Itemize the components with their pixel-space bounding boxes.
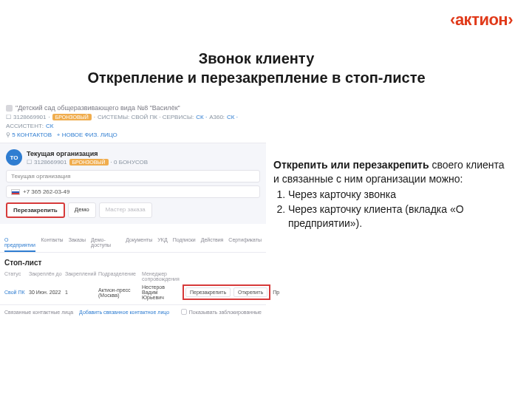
stoplist-card: О предприятии Контакты Заказы Демо-досту…	[0, 233, 266, 318]
stoplist-footer: Связанные контактные лица Добавить связа…	[0, 304, 266, 318]
col-status: Статус	[4, 271, 27, 282]
tab-ukd[interactable]: УКД	[157, 237, 167, 252]
tab-about[interactable]: О предприятии	[4, 237, 35, 252]
org-name: "Детский сад общеразвивающего вида №8 "В…	[16, 104, 180, 112]
assistant-link[interactable]: СК	[46, 123, 53, 129]
flag-ru-icon	[11, 189, 20, 195]
tab-contacts[interactable]: Контакты	[41, 237, 63, 252]
row-action-highlight: Перезакрепить Открепить	[183, 284, 270, 300]
separator: ·	[49, 114, 50, 120]
col-manager: Менеджер сопровождения	[142, 271, 180, 282]
building-icon	[6, 105, 13, 112]
tab-docs[interactable]: Документы	[126, 237, 152, 252]
stoplist-row: Свой ПК 30 Июн. 2022 1 Актион-пресс (Мос…	[4, 284, 262, 300]
related-contacts-label: Связанные контактные лица	[4, 310, 73, 315]
org-id: 3128669901	[13, 114, 47, 120]
row-reattach-button[interactable]: Перезакрепить	[185, 287, 231, 297]
show-blocked-label: Показывать заблокированные	[189, 310, 262, 315]
current-org-title: Текущая организация	[27, 150, 148, 157]
cell-manager: Нестеров Вадим Юрьевич	[142, 284, 180, 300]
current-org-id: 3128669901	[34, 159, 67, 166]
checkbox-icon: ☐	[6, 114, 11, 120]
col-count: Закреплений	[65, 271, 96, 282]
col-actions	[183, 271, 262, 282]
phone-field[interactable]: +7 365 262-03-49	[6, 185, 260, 198]
current-org-id-row: ☐ 3128669901 БРОНЗОВЫЙ · 0 БОНУСОВ	[27, 159, 148, 166]
contacts-link[interactable]: 5 КОНТАКТОВ	[12, 132, 52, 138]
stoplist-title: Стоп-лист	[4, 259, 262, 267]
call-card-header: "Детский сад общеразвивающего вида №8 "В…	[0, 100, 266, 143]
systems-label: СИСТЕМЫ: СВОЙ ПК · СЕРВИСЫ:	[98, 114, 194, 120]
stoplist-body: Стоп-лист Статус Закреплён до Закреплени…	[0, 253, 266, 304]
order-wizard-button[interactable]: Мастер заказа	[99, 202, 152, 218]
tab-demo[interactable]: Демо-доступы	[91, 237, 120, 252]
reattach-button[interactable]: Перезакрепить	[6, 202, 65, 218]
brand-logo: ‹актион›	[450, 10, 513, 30]
cell-until: 30 Июн. 2022	[29, 290, 63, 295]
explanation-text: Открепить или перезакрепить своего клиен…	[266, 100, 510, 318]
tab-actions[interactable]: Действия	[201, 237, 224, 252]
title-line1: Звонок клиенту	[199, 50, 315, 66]
checkbox-icon: ☐	[27, 159, 32, 166]
demo-button[interactable]: Демо	[68, 202, 96, 218]
org-select[interactable]: Текущая организация	[6, 170, 260, 183]
assistant-label: АССИСТЕНТ:	[6, 123, 44, 129]
explanation-list: Через карточку звонка Через карточку кли…	[273, 188, 510, 231]
current-org-block: ТО Текущая организация ☐ 3128669901 БРОН…	[6, 149, 260, 166]
cell-status: Свой ПК	[4, 290, 27, 295]
bronze-badge: БРОНЗОВЫЙ	[52, 114, 92, 120]
add-related-link[interactable]: Добавить связанное контактное лицо	[79, 310, 169, 315]
phone-value: +7 365 262-03-49	[23, 188, 69, 195]
title-line2: Открепление и перезакрепление в стоп-лис…	[87, 69, 425, 86]
explanation-bold: Открепить или перезакрепить	[273, 159, 429, 171]
separator: ·	[94, 114, 95, 120]
tab-subs[interactable]: Подписки	[173, 237, 196, 252]
person-icon: ⚲	[6, 132, 10, 138]
org-id-row: ☐ 3128669901 · БРОНЗОВЫЙ · СИСТЕМЫ: СВОЙ…	[6, 114, 260, 129]
col-until: Закреплён до	[29, 271, 63, 282]
a360-label: А360:	[209, 114, 225, 120]
contacts-row: ⚲ 5 КОНТАКТОВ + НОВОЕ ФИЗ. ЛИЦО	[6, 132, 260, 138]
tab-certs[interactable]: Сертификаты	[228, 237, 262, 252]
sk-link[interactable]: СК ·	[196, 114, 207, 120]
col-unit: Подразделение	[98, 271, 140, 282]
bonus-text: · 0 БОНУСОВ	[111, 159, 149, 166]
list-item: Через карточку клиента (вкладка «О предп…	[288, 202, 510, 231]
avatar: ТО	[6, 149, 22, 166]
add-fiz-link[interactable]: + НОВОЕ ФИЗ. ЛИЦО	[57, 132, 117, 138]
screenshots-column: "Детский сад общеразвивающего вида №8 "В…	[0, 100, 266, 318]
row-detach-button[interactable]: Открепить	[233, 287, 267, 297]
cell-count: 1	[65, 290, 96, 295]
slide-title: Звонок клиенту Открепление и перезакрепл…	[0, 49, 513, 87]
bronze-badge: БРОНЗОВЫЙ	[69, 159, 109, 166]
client-tabs: О предприятии Контакты Заказы Демо-досту…	[0, 233, 266, 253]
show-blocked-checkbox[interactable]	[181, 309, 187, 315]
stoplist-header: Статус Закреплён до Закреплений Подразде…	[4, 271, 262, 282]
call-card: "Детский сад общеразвивающего вида №8 "В…	[0, 100, 266, 224]
cell-unit: Актион-пресс (Москва)	[98, 287, 140, 298]
list-item: Через карточку звонка	[288, 188, 510, 202]
call-card-body: ТО Текущая организация ☐ 3128669901 БРОН…	[0, 143, 266, 224]
call-card-actions: Перезакрепить Демо Мастер заказа	[6, 202, 260, 218]
tab-orders[interactable]: Заказы	[69, 237, 86, 252]
a360-link[interactable]: СК ·	[227, 114, 238, 120]
